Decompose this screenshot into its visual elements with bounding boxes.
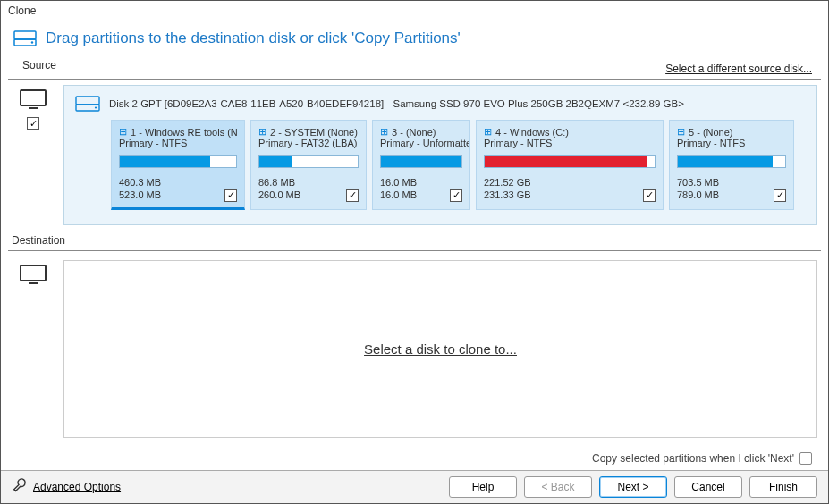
partition-type: Primary - NTFS <box>484 138 656 148</box>
partition-sizes: 703.5 MB789.0 MB <box>677 177 719 202</box>
source-section: ✓ Disk 2 GPT [6D09E2A3-CAE8-11EB-A520-B4… <box>1 80 828 231</box>
partition-card[interactable]: ⊞3 - (None)Primary - Unformatted16.0 MB1… <box>372 120 470 210</box>
disk-icon <box>13 29 37 48</box>
windows-icon: ⊞ <box>258 126 266 138</box>
partition-total: 789.0 MB <box>677 189 719 202</box>
windows-icon: ⊞ <box>484 126 492 138</box>
advanced-options-link[interactable]: Advanced Options <box>12 478 121 497</box>
destination-disk-box[interactable]: Select a disk to clone to... <box>63 260 817 439</box>
destination-side-column <box>12 260 55 439</box>
destination-section: Select a disk to clone to... <box>1 251 828 448</box>
partition-card[interactable]: ⊞4 - Windows (C:)Primary - NTFS221.52 GB… <box>476 120 664 210</box>
svg-rect-9 <box>29 282 38 284</box>
windows-icon: ⊞ <box>119 126 127 138</box>
partition-card[interactable]: ⊞5 - (None)Primary - NTFS703.5 MB789.0 M… <box>669 120 794 210</box>
partition-sizes: 460.3 MB523.0 MB <box>119 177 161 202</box>
windows-icon: ⊞ <box>677 126 685 138</box>
svg-rect-5 <box>76 97 99 105</box>
monitor-icon <box>19 88 47 112</box>
source-disk-checkbox[interactable]: ✓ <box>27 117 39 130</box>
select-different-source-link[interactable]: Select a different source disk... <box>665 63 812 75</box>
partition-card[interactable]: ⊞2 - SYSTEM (None)Primary - FAT32 (LBA)8… <box>250 120 367 210</box>
usage-bar <box>119 155 237 168</box>
partition-footer: 703.5 MB789.0 MB✓ <box>677 177 786 202</box>
partition-title-row: ⊞1 - Windows RE tools (None) <box>119 126 237 138</box>
destination-label: Destination <box>1 231 828 250</box>
help-button[interactable]: Help <box>449 476 517 498</box>
partition-checkbox[interactable]: ✓ <box>346 189 359 202</box>
svg-point-2 <box>31 41 33 43</box>
windows-icon: ⊞ <box>380 126 388 138</box>
usage-fill <box>678 156 773 167</box>
partition-card[interactable]: ⊞1 - Windows RE tools (None)Primary - NT… <box>111 120 245 210</box>
partition-total: 16.0 MB <box>380 189 417 202</box>
disk-header: Disk 2 GPT [6D09E2A3-CAE8-11EB-A520-B40E… <box>75 95 806 113</box>
partition-checkbox[interactable]: ✓ <box>224 189 237 202</box>
partition-footer: 16.0 MB16.0 MB✓ <box>380 177 462 202</box>
advanced-options-label: Advanced Options <box>33 481 121 493</box>
instruction-row: Drag partitions to the destination disk … <box>1 21 828 55</box>
usage-bar <box>258 155 359 168</box>
partition-title-row: ⊞2 - SYSTEM (None) <box>258 126 359 138</box>
usage-bar <box>380 155 462 168</box>
partition-type: Primary - Unformatted <box>380 138 462 148</box>
svg-point-7 <box>95 106 97 108</box>
partition-total: 523.0 MB <box>119 189 161 202</box>
finish-button[interactable]: Finish <box>749 476 817 498</box>
partition-checkbox[interactable]: ✓ <box>774 189 786 202</box>
monitor-icon <box>19 264 47 287</box>
source-disk-box: Disk 2 GPT [6D09E2A3-CAE8-11EB-A520-B40E… <box>63 85 817 225</box>
partition-footer: 221.52 GB231.33 GB✓ <box>484 177 656 202</box>
partition-title: 2 - SYSTEM (None) <box>270 127 358 138</box>
partition-title-row: ⊞4 - Windows (C:) <box>484 126 656 138</box>
instruction-text: Drag partitions to the destination disk … <box>46 29 461 47</box>
partition-title: 4 - Windows (C:) <box>495 127 569 138</box>
partition-used: 460.3 MB <box>119 177 161 189</box>
partition-title: 1 - Windows RE tools (None) <box>131 127 237 138</box>
svg-rect-4 <box>29 107 38 109</box>
usage-fill <box>485 156 647 167</box>
usage-bar <box>484 155 656 168</box>
cancel-button[interactable]: Cancel <box>674 476 742 498</box>
source-label: Source <box>12 55 67 75</box>
partition-checkbox[interactable]: ✓ <box>643 189 656 202</box>
next-button[interactable]: Next > <box>599 476 667 498</box>
copy-option-checkbox[interactable] <box>799 452 812 465</box>
svg-rect-3 <box>21 90 46 105</box>
partition-used: 86.8 MB <box>258 177 300 189</box>
svg-rect-8 <box>21 265 46 281</box>
source-header: Source Select a different source disk... <box>1 55 828 79</box>
partition-title: 5 - (None) <box>689 127 733 138</box>
partition-sizes: 221.52 GB231.33 GB <box>484 177 531 202</box>
svg-rect-0 <box>14 31 36 39</box>
footer-bar: Advanced Options Help < Back Next > Canc… <box>1 470 828 503</box>
partition-total: 260.0 MB <box>258 189 300 202</box>
back-button[interactable]: < Back <box>524 476 592 498</box>
copy-option-label: Copy selected partitions when I click 'N… <box>592 452 794 465</box>
partitions-row: ⊞1 - Windows RE tools (None)Primary - NT… <box>111 120 806 210</box>
partition-used: 221.52 GB <box>484 177 531 189</box>
partition-title: 3 - (None) <box>392 127 436 138</box>
partition-type: Primary - FAT32 (LBA) <box>258 138 359 148</box>
partition-sizes: 86.8 MB260.0 MB <box>258 177 300 202</box>
window-title: Clone <box>1 1 828 21</box>
usage-bar <box>677 155 786 168</box>
partition-used: 16.0 MB <box>380 177 417 189</box>
partition-title-row: ⊞3 - (None) <box>380 126 462 138</box>
usage-fill <box>120 156 210 167</box>
copy-option-row: Copy selected partitions when I click 'N… <box>1 447 828 470</box>
usage-fill <box>381 156 461 167</box>
partition-used: 703.5 MB <box>677 177 719 189</box>
partition-checkbox[interactable]: ✓ <box>450 189 462 202</box>
disk-description: Disk 2 GPT [6D09E2A3-CAE8-11EB-A520-B40E… <box>109 98 684 109</box>
usage-fill <box>259 156 292 167</box>
partition-footer: 86.8 MB260.0 MB✓ <box>258 177 359 202</box>
select-destination-link[interactable]: Select a disk to clone to... <box>364 341 517 357</box>
partition-title-row: ⊞5 - (None) <box>677 126 786 138</box>
partition-footer: 460.3 MB523.0 MB✓ <box>119 177 237 202</box>
partition-type: Primary - NTFS <box>677 138 786 148</box>
partition-type: Primary - NTFS <box>119 138 237 148</box>
partition-total: 231.33 GB <box>484 189 531 202</box>
partition-sizes: 16.0 MB16.0 MB <box>380 177 417 202</box>
source-side-column: ✓ <box>12 85 55 225</box>
